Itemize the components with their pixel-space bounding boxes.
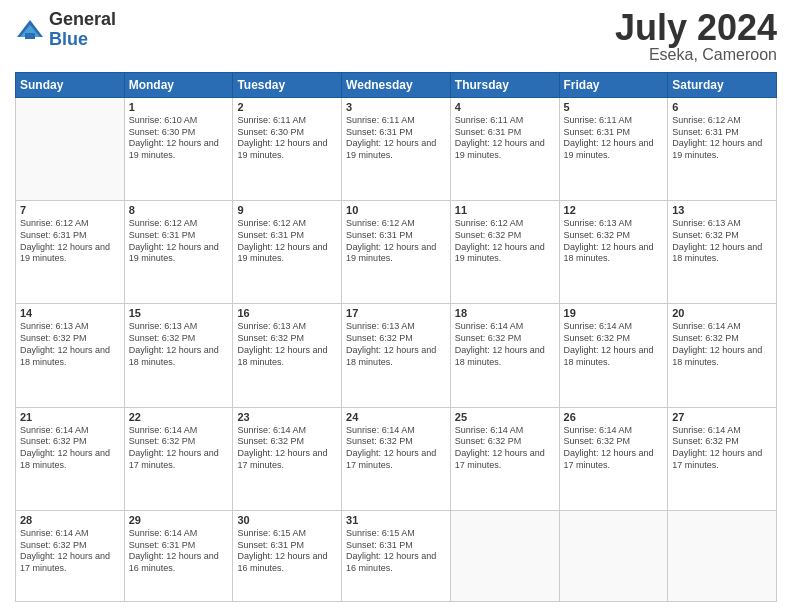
table-row: 2Sunrise: 6:11 AM Sunset: 6:30 PM Daylig… <box>233 98 342 201</box>
table-row: 12Sunrise: 6:13 AM Sunset: 6:32 PM Dayli… <box>559 201 668 304</box>
day-info: Sunrise: 6:11 AM Sunset: 6:31 PM Dayligh… <box>346 115 446 162</box>
day-info: Sunrise: 6:15 AM Sunset: 6:31 PM Dayligh… <box>346 528 446 575</box>
day-info: Sunrise: 6:11 AM Sunset: 6:31 PM Dayligh… <box>564 115 664 162</box>
header-saturday: Saturday <box>668 73 777 98</box>
day-info: Sunrise: 6:14 AM Sunset: 6:32 PM Dayligh… <box>20 425 120 472</box>
table-row <box>668 510 777 601</box>
day-info: Sunrise: 6:11 AM Sunset: 6:30 PM Dayligh… <box>237 115 337 162</box>
table-row: 6Sunrise: 6:12 AM Sunset: 6:31 PM Daylig… <box>668 98 777 201</box>
logo-blue-text: Blue <box>49 30 116 50</box>
table-row: 18Sunrise: 6:14 AM Sunset: 6:32 PM Dayli… <box>450 304 559 407</box>
header-sunday: Sunday <box>16 73 125 98</box>
day-info: Sunrise: 6:13 AM Sunset: 6:32 PM Dayligh… <box>20 321 120 368</box>
day-number: 7 <box>20 204 120 216</box>
day-number: 27 <box>672 411 772 423</box>
day-info: Sunrise: 6:14 AM Sunset: 6:32 PM Dayligh… <box>346 425 446 472</box>
day-info: Sunrise: 6:12 AM Sunset: 6:31 PM Dayligh… <box>20 218 120 265</box>
table-row: 7Sunrise: 6:12 AM Sunset: 6:31 PM Daylig… <box>16 201 125 304</box>
table-row <box>450 510 559 601</box>
day-info: Sunrise: 6:11 AM Sunset: 6:31 PM Dayligh… <box>455 115 555 162</box>
logo-general-text: General <box>49 10 116 30</box>
day-info: Sunrise: 6:14 AM Sunset: 6:32 PM Dayligh… <box>564 425 664 472</box>
day-info: Sunrise: 6:14 AM Sunset: 6:31 PM Dayligh… <box>129 528 229 575</box>
table-row: 4Sunrise: 6:11 AM Sunset: 6:31 PM Daylig… <box>450 98 559 201</box>
day-number: 24 <box>346 411 446 423</box>
table-row: 10Sunrise: 6:12 AM Sunset: 6:31 PM Dayli… <box>342 201 451 304</box>
day-info: Sunrise: 6:12 AM Sunset: 6:31 PM Dayligh… <box>237 218 337 265</box>
table-row: 11Sunrise: 6:12 AM Sunset: 6:32 PM Dayli… <box>450 201 559 304</box>
table-row: 28Sunrise: 6:14 AM Sunset: 6:32 PM Dayli… <box>16 510 125 601</box>
day-number: 3 <box>346 101 446 113</box>
day-info: Sunrise: 6:14 AM Sunset: 6:32 PM Dayligh… <box>455 425 555 472</box>
table-row: 26Sunrise: 6:14 AM Sunset: 6:32 PM Dayli… <box>559 407 668 510</box>
day-number: 20 <box>672 307 772 319</box>
table-row: 19Sunrise: 6:14 AM Sunset: 6:32 PM Dayli… <box>559 304 668 407</box>
day-info: Sunrise: 6:14 AM Sunset: 6:32 PM Dayligh… <box>672 425 772 472</box>
day-number: 18 <box>455 307 555 319</box>
day-number: 26 <box>564 411 664 423</box>
day-info: Sunrise: 6:12 AM Sunset: 6:31 PM Dayligh… <box>672 115 772 162</box>
day-info: Sunrise: 6:12 AM Sunset: 6:32 PM Dayligh… <box>455 218 555 265</box>
day-number: 5 <box>564 101 664 113</box>
table-row: 1Sunrise: 6:10 AM Sunset: 6:30 PM Daylig… <box>124 98 233 201</box>
logo: General Blue <box>15 10 116 50</box>
table-row: 15Sunrise: 6:13 AM Sunset: 6:32 PM Dayli… <box>124 304 233 407</box>
title-month: July 2024 <box>615 10 777 46</box>
weekday-header-row: Sunday Monday Tuesday Wednesday Thursday… <box>16 73 777 98</box>
day-number: 9 <box>237 204 337 216</box>
day-number: 11 <box>455 204 555 216</box>
header-tuesday: Tuesday <box>233 73 342 98</box>
day-number: 30 <box>237 514 337 526</box>
day-info: Sunrise: 6:12 AM Sunset: 6:31 PM Dayligh… <box>346 218 446 265</box>
day-number: 6 <box>672 101 772 113</box>
day-info: Sunrise: 6:13 AM Sunset: 6:32 PM Dayligh… <box>564 218 664 265</box>
day-number: 17 <box>346 307 446 319</box>
table-row: 29Sunrise: 6:14 AM Sunset: 6:31 PM Dayli… <box>124 510 233 601</box>
day-number: 8 <box>129 204 229 216</box>
day-info: Sunrise: 6:15 AM Sunset: 6:31 PM Dayligh… <box>237 528 337 575</box>
day-info: Sunrise: 6:13 AM Sunset: 6:32 PM Dayligh… <box>672 218 772 265</box>
table-row: 21Sunrise: 6:14 AM Sunset: 6:32 PM Dayli… <box>16 407 125 510</box>
day-number: 21 <box>20 411 120 423</box>
calendar-table: Sunday Monday Tuesday Wednesday Thursday… <box>15 72 777 602</box>
table-row: 8Sunrise: 6:12 AM Sunset: 6:31 PM Daylig… <box>124 201 233 304</box>
logo-icon <box>15 15 45 45</box>
day-number: 23 <box>237 411 337 423</box>
table-row <box>559 510 668 601</box>
table-row: 22Sunrise: 6:14 AM Sunset: 6:32 PM Dayli… <box>124 407 233 510</box>
table-row: 9Sunrise: 6:12 AM Sunset: 6:31 PM Daylig… <box>233 201 342 304</box>
svg-rect-3 <box>25 33 35 39</box>
day-info: Sunrise: 6:14 AM Sunset: 6:32 PM Dayligh… <box>129 425 229 472</box>
table-row: 20Sunrise: 6:14 AM Sunset: 6:32 PM Dayli… <box>668 304 777 407</box>
day-info: Sunrise: 6:14 AM Sunset: 6:32 PM Dayligh… <box>672 321 772 368</box>
page: General Blue July 2024 Eseka, Cameroon S… <box>0 0 792 612</box>
day-number: 25 <box>455 411 555 423</box>
day-number: 19 <box>564 307 664 319</box>
day-number: 13 <box>672 204 772 216</box>
day-number: 29 <box>129 514 229 526</box>
day-number: 22 <box>129 411 229 423</box>
day-number: 10 <box>346 204 446 216</box>
day-info: Sunrise: 6:13 AM Sunset: 6:32 PM Dayligh… <box>129 321 229 368</box>
day-number: 1 <box>129 101 229 113</box>
table-row: 31Sunrise: 6:15 AM Sunset: 6:31 PM Dayli… <box>342 510 451 601</box>
day-info: Sunrise: 6:13 AM Sunset: 6:32 PM Dayligh… <box>237 321 337 368</box>
day-number: 15 <box>129 307 229 319</box>
header: General Blue July 2024 Eseka, Cameroon <box>15 10 777 64</box>
day-number: 12 <box>564 204 664 216</box>
table-row: 27Sunrise: 6:14 AM Sunset: 6:32 PM Dayli… <box>668 407 777 510</box>
table-row: 14Sunrise: 6:13 AM Sunset: 6:32 PM Dayli… <box>16 304 125 407</box>
table-row: 17Sunrise: 6:13 AM Sunset: 6:32 PM Dayli… <box>342 304 451 407</box>
day-number: 31 <box>346 514 446 526</box>
header-thursday: Thursday <box>450 73 559 98</box>
table-row: 25Sunrise: 6:14 AM Sunset: 6:32 PM Dayli… <box>450 407 559 510</box>
table-row: 24Sunrise: 6:14 AM Sunset: 6:32 PM Dayli… <box>342 407 451 510</box>
table-row: 3Sunrise: 6:11 AM Sunset: 6:31 PM Daylig… <box>342 98 451 201</box>
day-info: Sunrise: 6:13 AM Sunset: 6:32 PM Dayligh… <box>346 321 446 368</box>
day-number: 28 <box>20 514 120 526</box>
day-number: 14 <box>20 307 120 319</box>
day-number: 4 <box>455 101 555 113</box>
table-row: 13Sunrise: 6:13 AM Sunset: 6:32 PM Dayli… <box>668 201 777 304</box>
day-number: 16 <box>237 307 337 319</box>
day-info: Sunrise: 6:10 AM Sunset: 6:30 PM Dayligh… <box>129 115 229 162</box>
